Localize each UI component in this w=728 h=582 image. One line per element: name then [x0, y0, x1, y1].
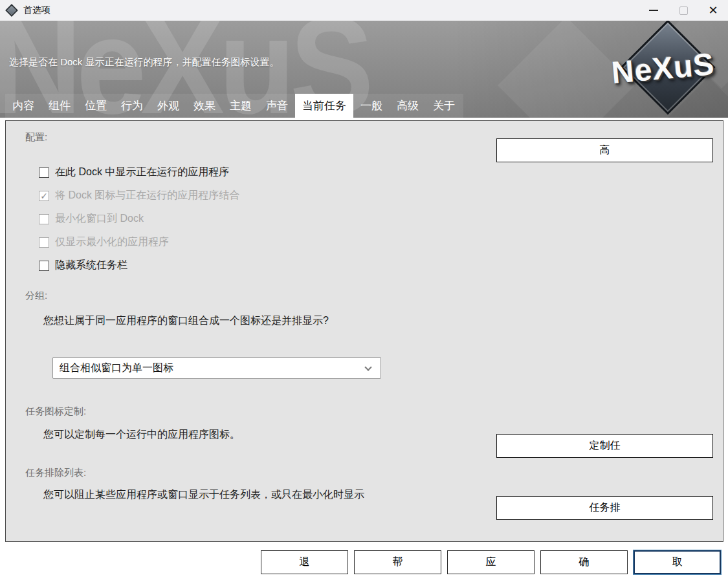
tab-bar: 内容 组件 位置 行为 外观 效果 主题 声音 当前任务 一般 高级 关于 — [5, 94, 463, 118]
window-title: 首选项 — [23, 5, 50, 16]
chevron-down-icon — [364, 363, 371, 371]
minimize-icon — [649, 10, 658, 11]
tab-current-tasks[interactable]: 当前任务 — [295, 94, 353, 118]
footer-button-bar: 退 帮 应 确 取 — [0, 542, 728, 574]
checkbox-combine-dock-icons: ✓ 将 Dock 图标与正在运行的应用程序结合 — [39, 189, 239, 202]
help-button[interactable]: 帮 — [354, 550, 441, 574]
tab-position[interactable]: 位置 — [78, 94, 114, 118]
close-button[interactable]: ✕ — [698, 0, 728, 21]
checkbox-label: 仅显示最小化的应用程序 — [55, 235, 169, 249]
checkbox-label: 在此 Dock 中显示正在运行的应用程序 — [55, 166, 229, 179]
checkbox-box[interactable] — [39, 167, 49, 178]
checkbox-label: 隐藏系统任务栏 — [55, 259, 127, 272]
app-icon — [5, 4, 18, 17]
grouping-question: 您想让属于同一应用程序的窗口组合成一个图标还是并排显示? — [43, 314, 329, 328]
tab-sounds[interactable]: 声音 — [259, 94, 295, 118]
checkbox-show-running-apps[interactable]: 在此 Dock 中显示正在运行的应用程序 — [39, 166, 229, 179]
customize-task-icons-button[interactable]: 定制任 — [496, 434, 713, 458]
checkbox-box[interactable] — [39, 261, 49, 271]
header-banner: NeXuS NeXuS 选择是否在 Dock 显示正在运行的程序，并配置任务图标… — [0, 21, 728, 118]
ok-button[interactable]: 确 — [540, 550, 628, 574]
checkbox-minimize-to-dock: 最小化窗口到 Dock — [39, 212, 144, 226]
page-description: 选择是否在 Dock 显示正在运行的程序，并配置任务图标设置。 — [9, 56, 280, 69]
task-exclusion-button[interactable]: 任务排 — [496, 496, 713, 520]
task-icon-description: 您可以定制每一个运行中的应用程序图标。 — [43, 428, 240, 442]
checkbox-hide-taskbar[interactable]: 隐藏系统任务栏 — [39, 259, 127, 272]
tab-modules[interactable]: 组件 — [41, 94, 78, 118]
task-exclusion-description: 您可以阻止某些应用程序或窗口显示于任务列表，或只在最小化时显示 — [43, 488, 364, 502]
tab-appearance[interactable]: 外观 — [150, 94, 186, 118]
maximize-icon — [679, 6, 688, 15]
checkbox-box — [39, 214, 49, 224]
exit-button[interactable]: 退 — [261, 550, 348, 574]
close-icon: ✕ — [708, 5, 718, 16]
tab-effects[interactable]: 效果 — [186, 94, 223, 118]
tab-advanced[interactable]: 高级 — [390, 94, 426, 118]
title-bar: 首选项 ✕ — [0, 0, 728, 21]
grouping-section-label: 分组: — [25, 290, 47, 302]
checkbox-box: ✓ — [39, 191, 49, 201]
nexus-logo: NeXuS — [603, 21, 723, 118]
tab-contents[interactable]: 内容 — [5, 94, 41, 118]
advanced-button[interactable]: 高 — [496, 138, 713, 162]
task-exclusion-section-label: 任务排除列表: — [25, 467, 86, 479]
checkbox-label: 最小化窗口到 Dock — [55, 212, 144, 226]
config-section-label: 配置: — [25, 131, 47, 144]
cancel-button[interactable]: 取 — [634, 550, 721, 574]
checkbox-label: 将 Dock 图标与正在运行的应用程序结合 — [55, 189, 239, 202]
minimize-button[interactable] — [639, 0, 668, 21]
nexus-logo-text: NeXuS — [602, 45, 724, 91]
tab-general[interactable]: 一般 — [353, 94, 390, 118]
grouping-dropdown-value: 组合相似窗口为单一图标 — [60, 361, 173, 375]
maximize-button[interactable] — [668, 0, 698, 21]
checkmark-icon: ✓ — [40, 191, 48, 200]
tab-themes[interactable]: 主题 — [223, 94, 259, 118]
diamond-icon — [5, 4, 18, 17]
apply-button[interactable]: 应 — [447, 550, 535, 574]
checkbox-show-only-minimized: 仅显示最小化的应用程序 — [39, 235, 169, 249]
task-icon-section-label: 任务图标定制: — [25, 405, 86, 418]
current-tasks-panel: 配置: 高 在此 Dock 中显示正在运行的应用程序 ✓ 将 Dock 图标与正… — [5, 120, 723, 542]
window-controls: ✕ — [639, 0, 728, 21]
grouping-dropdown[interactable]: 组合相似窗口为单一图标 — [52, 357, 381, 379]
tab-about[interactable]: 关于 — [426, 94, 462, 118]
tab-behavior[interactable]: 行为 — [114, 94, 150, 118]
checkbox-box — [39, 237, 49, 248]
